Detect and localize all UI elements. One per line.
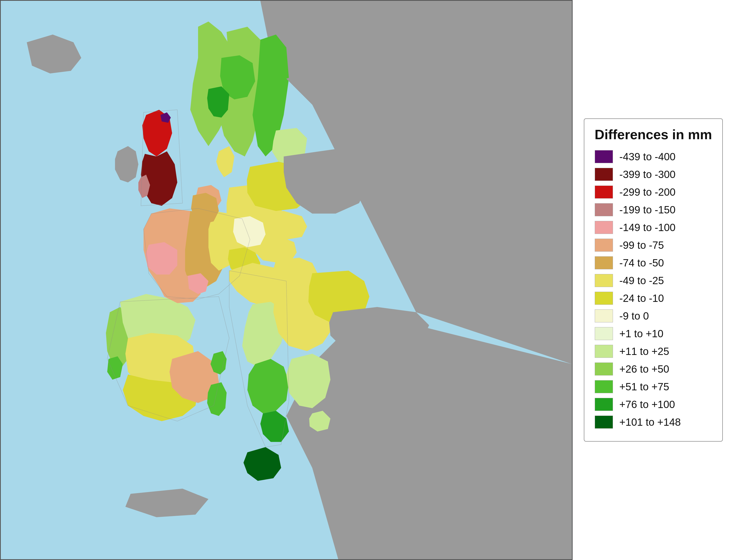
legend-row: -99 to -75	[595, 239, 712, 252]
legend-swatch	[595, 256, 613, 269]
legend-swatch	[595, 380, 613, 393]
legend-title: Differences in mm	[595, 127, 712, 142]
legend-swatch	[595, 203, 613, 216]
legend-swatch	[595, 345, 613, 358]
legend-label: -199 to -150	[619, 204, 676, 216]
legend-label: -149 to -100	[619, 222, 676, 233]
legend-swatch	[595, 274, 613, 287]
legend-label: -439 to -400	[619, 151, 676, 163]
legend-swatch	[595, 327, 613, 340]
legend-row: +11 to +25	[595, 345, 712, 358]
legend-row: +51 to +75	[595, 380, 712, 393]
legend-row: -299 to -200	[595, 186, 712, 199]
legend-row: +26 to +50	[595, 362, 712, 376]
legend-row: -149 to -100	[595, 221, 712, 234]
legend-row: -9 to 0	[595, 309, 712, 322]
legend-label: +101 to +148	[619, 416, 681, 428]
legend-swatch	[595, 150, 613, 163]
legend-swatch	[595, 221, 613, 234]
map-area	[0, 0, 573, 560]
legend-swatch	[595, 362, 613, 376]
legend-label: -399 to -300	[619, 169, 676, 180]
legend-row: -199 to -150	[595, 203, 712, 216]
legend-label: +1 to +10	[619, 328, 663, 340]
map-svg	[1, 1, 572, 559]
legend-swatch	[595, 398, 613, 411]
legend-area: Differences in mm -439 to -400-399 to -3…	[573, 0, 734, 560]
legend-label: -24 to -10	[619, 292, 664, 304]
legend-swatch	[595, 292, 613, 305]
legend-label: +76 to +100	[619, 399, 675, 410]
legend-row: +101 to +148	[595, 416, 712, 429]
legend-row: +1 to +10	[595, 327, 712, 340]
legend-row: -24 to -10	[595, 292, 712, 305]
legend-label: +26 to +50	[619, 363, 669, 375]
legend-label: -9 to 0	[619, 310, 649, 322]
legend-swatch	[595, 168, 613, 181]
main-container: Differences in mm -439 to -400-399 to -3…	[0, 0, 734, 560]
legend-rows: -439 to -400-399 to -300-299 to -200-199…	[595, 150, 712, 429]
legend-swatch	[595, 416, 613, 429]
legend-row: -74 to -50	[595, 256, 712, 269]
legend-label: +51 to +75	[619, 381, 669, 393]
legend-label: -99 to -75	[619, 239, 664, 251]
legend-row: -49 to -25	[595, 274, 712, 287]
legend-label: -49 to -25	[619, 275, 664, 287]
legend-row: +76 to +100	[595, 398, 712, 411]
legend-label: -299 to -200	[619, 186, 676, 198]
legend-label: -74 to -50	[619, 257, 664, 269]
legend-label: +11 to +25	[619, 346, 669, 357]
legend-swatch	[595, 309, 613, 322]
legend-swatch	[595, 186, 613, 199]
legend-row: -439 to -400	[595, 150, 712, 163]
legend-row: -399 to -300	[595, 168, 712, 181]
legend-box: Differences in mm -439 to -400-399 to -3…	[584, 118, 723, 442]
legend-swatch	[595, 239, 613, 252]
